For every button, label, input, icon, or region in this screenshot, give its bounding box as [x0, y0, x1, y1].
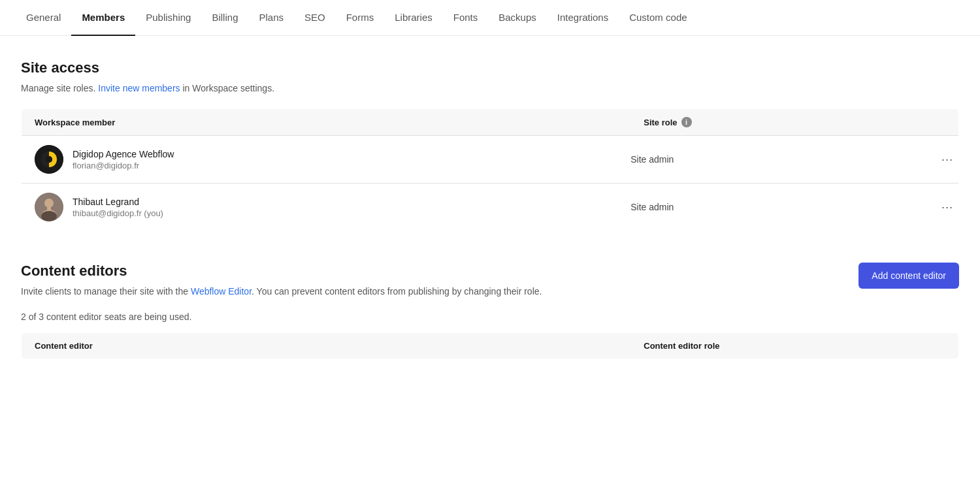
member-cell: Digidop Agence Webflow florian@digidop.f…	[22, 136, 631, 184]
site-access-title: Site access	[21, 59, 959, 76]
member-info: Digidop Agence Webflow florian@digidop.f…	[73, 149, 174, 170]
content-editors-section: Content editors Invite clients to manage…	[21, 263, 959, 359]
content-editors-desc-suffix: . You can prevent content editors from p…	[252, 286, 542, 297]
invite-members-link[interactable]: Invite new members	[98, 83, 180, 93]
nav-tab-seo[interactable]: SEO	[294, 0, 336, 36]
site-access-desc-prefix: Manage site roles.	[21, 83, 98, 93]
nav-tab-fonts[interactable]: Fonts	[443, 0, 489, 36]
nav-tab-custom-code[interactable]: Custom code	[619, 0, 697, 36]
col-header-editor-actions	[920, 333, 959, 359]
content-editors-title: Content editors	[21, 263, 858, 280]
member-actions-menu[interactable]: ···	[936, 198, 958, 217]
member-name: Digidop Agence Webflow	[73, 149, 174, 159]
role-cell: Site admin	[630, 136, 919, 184]
actions-cell: ···	[920, 136, 959, 184]
member-info: Thibaut Legrand thibaut@digidop.fr (you)	[73, 197, 163, 218]
member-name: Thibaut Legrand	[73, 197, 163, 207]
svg-point-2	[46, 156, 52, 163]
member-email: florian@digidop.fr	[73, 161, 174, 170]
svg-rect-7	[47, 207, 51, 210]
avatar	[35, 145, 63, 174]
nav-tab-billing[interactable]: Billing	[201, 0, 248, 36]
site-access-description: Manage site roles. Invite new members in…	[21, 82, 959, 95]
nav-tab-integrations[interactable]: Integrations	[547, 0, 619, 36]
avatar	[35, 193, 63, 221]
site-role-info-icon[interactable]: i	[681, 117, 692, 127]
col-header-editor: Content editor	[22, 333, 631, 359]
content-editors-desc-prefix: Invite clients to manage their site with…	[21, 286, 191, 297]
col-header-editor-role: Content editor role	[630, 333, 919, 359]
svg-point-4	[44, 199, 54, 208]
table-row: Digidop Agence Webflow florian@digidop.f…	[22, 136, 959, 184]
content-editors-table: Content editor Content editor role	[21, 332, 959, 359]
col-header-actions	[920, 109, 959, 136]
nav-tab-libraries[interactable]: Libraries	[384, 0, 443, 36]
site-access-section: Site access Manage site roles. Invite ne…	[21, 59, 959, 231]
site-access-table: Workspace member Site role i	[21, 108, 959, 231]
nav-tab-forms[interactable]: Forms	[336, 0, 385, 36]
add-content-editor-button[interactable]: Add content editor	[858, 263, 959, 289]
site-access-desc-suffix: in Workspace settings.	[180, 83, 274, 93]
nav-tab-backups[interactable]: Backups	[488, 0, 547, 36]
col-header-role: Site role i	[630, 109, 919, 136]
member-email: thibaut@digidop.fr (you)	[73, 208, 163, 218]
content-editors-description: Invite clients to manage their site with…	[21, 285, 858, 298]
nav-tabs: GeneralMembersPublishingBillingPlansSEOF…	[0, 0, 980, 36]
seats-info: 2 of 3 content editor seats are being us…	[21, 312, 858, 322]
col-header-member: Workspace member	[22, 109, 631, 136]
webflow-editor-link[interactable]: Webflow Editor	[191, 286, 252, 297]
nav-tab-general[interactable]: General	[16, 0, 71, 36]
nav-tab-plans[interactable]: Plans	[248, 0, 294, 36]
nav-tab-publishing[interactable]: Publishing	[135, 0, 201, 36]
role-cell: Site admin	[630, 184, 919, 231]
actions-cell: ···	[920, 184, 959, 231]
member-cell: Thibaut Legrand thibaut@digidop.fr (you)	[22, 184, 631, 231]
nav-tab-members[interactable]: Members	[71, 0, 135, 36]
table-row: Thibaut Legrand thibaut@digidop.fr (you)…	[22, 184, 959, 231]
member-actions-menu[interactable]: ···	[936, 150, 958, 169]
svg-point-6	[41, 211, 57, 221]
